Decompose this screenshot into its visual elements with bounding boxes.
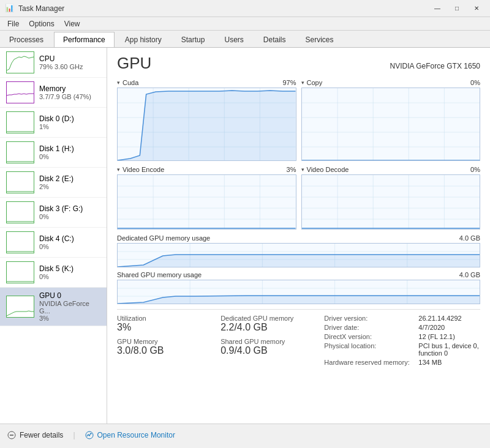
tab-details[interactable]: Details	[254, 32, 295, 47]
tab-startup[interactable]: Startup	[172, 32, 214, 47]
cuda-label-row: ▾ Cuda 97%	[117, 79, 296, 86]
tab-performance[interactable]: Performance	[54, 32, 115, 47]
tab-services[interactable]: Services	[296, 32, 343, 47]
video-decode-svg	[302, 175, 480, 230]
menu-bar: File Options View	[0, 17, 490, 31]
driver-version-row: Driver version: 26.21.14.4292	[324, 315, 480, 322]
disk5-label: Disk 5 (K:)	[39, 264, 100, 273]
cpu-label: CPU	[39, 54, 100, 63]
disk3-label: Disk 3 (F: G:)	[39, 204, 100, 213]
gpu-header: GPU NVIDIA GeForce GTX 1650	[117, 54, 480, 73]
fewer-details-icon	[7, 431, 16, 439]
copy-graph-container: ▾ Copy 0%	[301, 79, 481, 161]
utilization-label: Utilization	[117, 315, 214, 322]
hw-reserved-mem-row: Hardware reserved memory: 134 MB	[324, 359, 480, 366]
shared-gpu-mem-value: 0.9/4.0 GB	[221, 345, 318, 356]
copy-value: 0%	[470, 79, 480, 86]
utilization-value: 3%	[117, 322, 214, 333]
gpu0-label: GPU 0	[39, 291, 100, 300]
cuda-value: 97%	[282, 79, 296, 86]
stats-col2: Dedicated GPU memory 2.2/4.0 GB Shared G…	[221, 315, 318, 368]
disk1-sublabel: 0%	[39, 153, 100, 160]
sidebar: CPU 79% 3.60 GHz Memory 3.7/7.9 GB (47%)	[0, 48, 107, 424]
sidebar-item-disk0[interactable]: Disk 0 (D:) 1%	[0, 108, 107, 138]
disk4-mini-svg	[7, 232, 34, 253]
driver-version-key: Driver version:	[324, 315, 416, 322]
sidebar-item-disk4[interactable]: Disk 4 (C:) 0%	[0, 228, 107, 258]
menu-file[interactable]: File	[2, 18, 24, 29]
disk4-mini-graph	[6, 231, 34, 253]
directx-version-key: DirectX version:	[324, 333, 416, 340]
bottom-separator: |	[73, 431, 75, 439]
minimize-button[interactable]: —	[429, 2, 446, 15]
shared-mem-container: Shared GPU memory usage 4.0 GB	[117, 271, 480, 304]
copy-label-row: ▾ Copy 0%	[301, 79, 481, 86]
cuda-label-left: ▾ Cuda	[117, 79, 138, 86]
resource-monitor-icon	[85, 431, 94, 439]
graph-grid-bottom: ▾ Video Encode 3%	[117, 166, 480, 230]
stats-col3: Driver version: 26.21.14.4292 Driver dat…	[324, 315, 480, 368]
disk0-mini-svg	[7, 112, 34, 133]
cpu-mini-graph	[6, 51, 34, 73]
copy-label-left: ▾ Copy	[301, 79, 323, 86]
title-bar: 📊 Task Manager — □ ✕	[0, 0, 490, 17]
open-resource-monitor-button[interactable]: Open Resource Monitor	[85, 431, 175, 439]
dedicated-mem-container: Dedicated GPU memory usage 4.0 GB	[117, 234, 480, 267]
shared-mem-label: Shared GPU memory usage	[117, 271, 202, 278]
directx-version-val: 12 (FL 12.1)	[418, 333, 455, 340]
memory-mini-graph	[6, 81, 34, 103]
fewer-details-button[interactable]: Fewer details	[7, 431, 63, 439]
physical-location-val: PCI bus 1, device 0, function 0	[418, 342, 480, 357]
disk3-sublabel: 0%	[39, 213, 100, 220]
sidebar-item-cpu[interactable]: CPU 79% 3.60 GHz	[0, 48, 107, 78]
disk3-mini-svg	[7, 202, 34, 223]
menu-options[interactable]: Options	[24, 18, 59, 29]
dedicated-gpu-mem-label: Dedicated GPU memory	[221, 315, 318, 322]
driver-date-key: Driver date:	[324, 324, 416, 331]
cuda-label: Cuda	[123, 79, 138, 86]
disk1-mini-svg	[7, 142, 34, 163]
video-decode-graph-container: ▾ Video Decode 0%	[301, 166, 481, 230]
tab-bar: Processes Performance App history Startu…	[0, 31, 490, 48]
cuda-graph-container: ▾ Cuda 97%	[117, 79, 296, 161]
menu-view[interactable]: View	[59, 18, 85, 29]
sidebar-item-disk2[interactable]: Disk 2 (E:) 2%	[0, 168, 107, 198]
shared-mem-max: 4.0 GB	[459, 271, 480, 278]
sidebar-item-disk1[interactable]: Disk 1 (H:) 0%	[0, 138, 107, 168]
cpu-sidebar-info: CPU 79% 3.60 GHz	[39, 54, 100, 70]
tab-users[interactable]: Users	[215, 32, 252, 47]
gpu0-mini-graph	[6, 296, 34, 318]
disk2-sidebar-info: Disk 2 (E:) 2%	[39, 174, 100, 190]
sidebar-item-disk5[interactable]: Disk 5 (K:) 0%	[0, 258, 107, 288]
tab-app-history[interactable]: App history	[116, 32, 171, 47]
disk4-label: Disk 4 (C:)	[39, 234, 100, 243]
dedicated-mem-label: Dedicated GPU memory usage	[117, 234, 210, 242]
sidebar-item-memory[interactable]: Memory 3.7/7.9 GB (47%)	[0, 78, 107, 108]
app-icon: 📊	[5, 4, 15, 13]
video-decode-chevron: ▾	[301, 166, 304, 173]
copy-svg	[302, 88, 480, 161]
close-button[interactable]: ✕	[468, 2, 485, 15]
dedicated-mem-label-row: Dedicated GPU memory usage 4.0 GB	[117, 234, 480, 242]
video-encode-value: 3%	[287, 166, 296, 173]
sidebar-item-gpu0[interactable]: GPU 0 NVIDIA GeForce G... 3%	[0, 288, 107, 326]
cuda-graph-box	[117, 88, 296, 161]
title-bar-controls: — □ ✕	[429, 2, 485, 15]
shared-gpu-mem-label: Shared GPU memory	[221, 338, 318, 345]
dedicated-mem-svg	[118, 244, 480, 267]
maximize-button[interactable]: □	[448, 2, 466, 15]
shared-mem-label-row: Shared GPU memory usage 4.0 GB	[117, 271, 480, 278]
hw-reserved-mem-val: 134 MB	[418, 359, 442, 366]
physical-location-row: Physical location: PCI bus 1, device 0, …	[324, 342, 480, 357]
disk2-mini-graph	[6, 171, 34, 193]
disk2-sublabel: 2%	[39, 183, 100, 190]
tab-processes[interactable]: Processes	[0, 32, 53, 47]
disk1-mini-graph	[6, 141, 34, 163]
video-decode-label-row: ▾ Video Decode 0%	[301, 166, 481, 173]
disk5-mini-svg	[7, 262, 34, 283]
sidebar-item-disk3[interactable]: Disk 3 (F: G:) 0%	[0, 198, 107, 228]
copy-graph-box	[301, 88, 481, 161]
disk3-sidebar-info: Disk 3 (F: G:) 0%	[39, 204, 100, 220]
disk5-sidebar-info: Disk 5 (K:) 0%	[39, 264, 100, 280]
driver-version-val: 26.21.14.4292	[418, 315, 461, 322]
